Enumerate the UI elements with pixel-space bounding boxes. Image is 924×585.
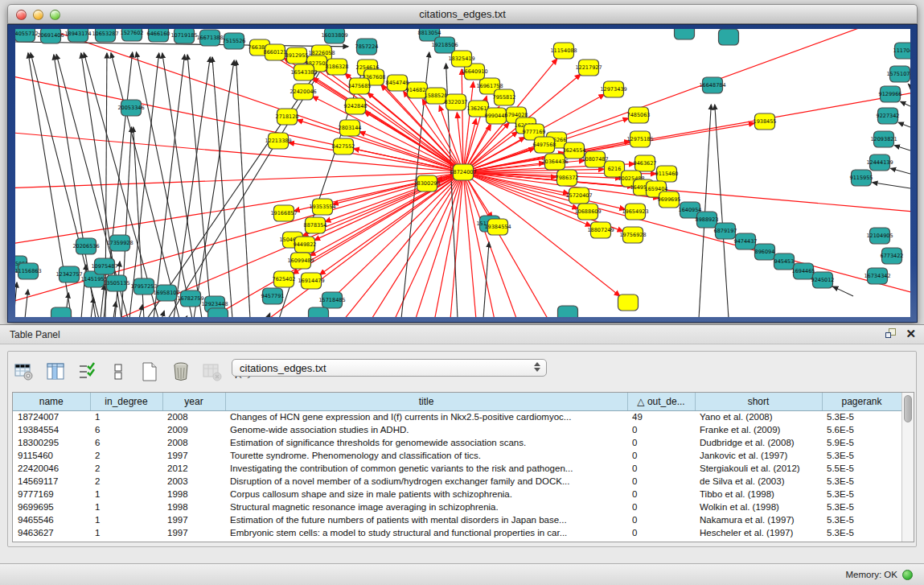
network-node[interactable]: 17359928 bbox=[106, 235, 133, 251]
network-node[interactable]: 10975487 bbox=[91, 258, 117, 274]
network-node[interactable]: 9227342 bbox=[877, 108, 900, 124]
network-node[interactable]: 7955812 bbox=[493, 89, 516, 105]
network-node[interactable]: 10653287 bbox=[92, 29, 118, 42]
table-row[interactable]: 946554611997Estimation of the future num… bbox=[13, 513, 901, 526]
table-vertical-scrollbar[interactable] bbox=[901, 393, 914, 542]
network-node[interactable]: 9129966 bbox=[879, 86, 902, 102]
table-row[interactable]: 911546021997Tourette syndrome. Phenomeno… bbox=[13, 449, 901, 462]
network-node[interactable]: 16671388 bbox=[196, 30, 223, 46]
network-node[interactable]: 12975185 bbox=[626, 131, 653, 147]
network-node[interactable]: 10719185 bbox=[170, 29, 197, 43]
network-node[interactable]: 12093821 bbox=[870, 131, 897, 147]
network-node[interactable] bbox=[719, 29, 739, 45]
network-node[interactable]: 12213389 bbox=[265, 133, 291, 149]
network-node[interactable]: 12217927 bbox=[575, 60, 602, 76]
network-node[interactable]: 6497568 bbox=[533, 137, 556, 153]
network-node[interactable]: 8988923 bbox=[696, 212, 719, 228]
network-node[interactable]: 8322037 bbox=[445, 94, 468, 110]
column-chooser-icon[interactable] bbox=[44, 360, 67, 383]
network-node[interactable]: 8454749 bbox=[386, 75, 409, 91]
network-node[interactable]: 16033809 bbox=[321, 29, 347, 43]
network-node[interactable]: 8186328 bbox=[326, 59, 349, 75]
network-node[interactable]: 17957253 bbox=[130, 278, 157, 295]
network-node[interactable]: 9115460 bbox=[655, 166, 679, 182]
column-header-title[interactable]: title bbox=[225, 393, 627, 410]
network-node[interactable]: 945453 bbox=[774, 253, 795, 270]
network-node[interactable]: 16099489 bbox=[287, 253, 314, 269]
window-titlebar[interactable]: citations_edges.txt bbox=[7, 4, 918, 24]
network-node[interactable]: 14055712 bbox=[15, 29, 39, 42]
column-header-year[interactable]: year bbox=[162, 393, 225, 410]
table-row[interactable]: 1456911722003Disruption of a novel membe… bbox=[13, 475, 901, 488]
network-node[interactable]: 8427552 bbox=[332, 138, 355, 154]
network-node[interactable] bbox=[675, 29, 695, 39]
network-node[interactable]: 16648784 bbox=[699, 77, 725, 93]
close-panel-icon[interactable]: ✕ bbox=[906, 328, 916, 340]
network-node[interactable] bbox=[309, 307, 329, 317]
close-window-icon[interactable] bbox=[16, 10, 27, 20]
table-row[interactable]: 946362711997Embryonic stem cells: a mode… bbox=[13, 526, 901, 539]
network-node[interactable]: 19756928 bbox=[619, 227, 646, 243]
network-node[interactable]: 7515526 bbox=[223, 33, 246, 49]
network-node[interactable]: 19384554 bbox=[484, 219, 511, 235]
new-table-icon[interactable] bbox=[138, 360, 161, 383]
network-canvas[interactable]: 1405571220691406189431741065328715276026… bbox=[15, 29, 910, 317]
network-node[interactable] bbox=[51, 307, 72, 317]
table-row[interactable]: 1872400712008Changes of HCN gene express… bbox=[13, 410, 901, 423]
network-node-hub[interactable]: 18724007 bbox=[450, 164, 476, 180]
select-rows-icon[interactable] bbox=[76, 360, 98, 383]
network-node[interactable]: 8878354 bbox=[304, 217, 327, 233]
network-node[interactable]: 16734342 bbox=[864, 268, 890, 284]
network-node[interactable]: 18300295 bbox=[413, 175, 440, 192]
scrollbar-thumb[interactable] bbox=[904, 395, 912, 422]
column-header-in-degree[interactable]: in_degree bbox=[90, 393, 162, 410]
table-select-dropdown[interactable]: citations_edges.txt bbox=[232, 359, 547, 377]
network-node[interactable]: 9457791 bbox=[261, 288, 285, 304]
network-node[interactable]: 20691406 bbox=[37, 29, 64, 43]
zoom-window-icon[interactable] bbox=[50, 10, 60, 20]
network-node[interactable]: 7857224 bbox=[355, 39, 379, 55]
network-node[interactable]: 18325419 bbox=[448, 51, 474, 67]
network-node[interactable]: 3475685 bbox=[348, 78, 372, 94]
network-node[interactable]: 12342757 bbox=[55, 266, 82, 282]
network-node[interactable]: 11156863 bbox=[15, 263, 42, 279]
network-node[interactable]: 6466160 bbox=[147, 29, 170, 42]
network-node[interactable]: 2803144 bbox=[339, 120, 362, 136]
network-node[interactable]: 1527602 bbox=[121, 29, 144, 41]
network-node[interactable]: 13505135 bbox=[103, 275, 129, 291]
network-node[interactable]: 16914479 bbox=[298, 273, 324, 289]
network-node[interactable]: 1117045 bbox=[893, 43, 910, 59]
network-node[interactable]: 9463627 bbox=[634, 155, 657, 171]
network-node[interactable]: 16543382 bbox=[290, 64, 317, 80]
table-row[interactable]: 2242004622012Investigating the contribut… bbox=[13, 462, 901, 475]
network-node[interactable]: 9242848 bbox=[344, 98, 368, 114]
network-node[interactable] bbox=[558, 306, 578, 317]
network-node[interactable]: 9990448 bbox=[485, 108, 508, 124]
network-node[interactable]: 9115955 bbox=[850, 170, 873, 186]
network-node[interactable]: 8660123 bbox=[264, 44, 287, 60]
network-node[interactable]: 9474437 bbox=[734, 233, 758, 249]
network-node[interactable] bbox=[618, 295, 639, 311]
network-node[interactable]: 6879197 bbox=[714, 223, 737, 239]
network-node[interactable]: 2718120 bbox=[276, 109, 299, 125]
network-node[interactable]: 20206536 bbox=[72, 238, 99, 254]
table-row[interactable]: 1938455462009Genome-wide association stu… bbox=[13, 423, 901, 436]
network-node[interactable]: 15720407 bbox=[565, 187, 592, 204]
network-node[interactable]: 1588520 bbox=[425, 88, 448, 104]
network-node[interactable]: 19654923 bbox=[622, 204, 648, 220]
network-node[interactable]: 18807249 bbox=[587, 222, 614, 238]
network-node[interactable]: 9449822 bbox=[294, 237, 317, 253]
table-row[interactable]: 977716911998Corpus callosum shape and si… bbox=[13, 488, 901, 501]
network-node[interactable]: 7625402 bbox=[273, 271, 296, 287]
network-node[interactable]: 20364436 bbox=[541, 154, 568, 170]
network-node[interactable]: 896094 bbox=[755, 244, 775, 260]
network-node[interactable]: 12973439 bbox=[600, 81, 626, 97]
network-node[interactable]: 3624554 bbox=[563, 142, 586, 159]
network-node[interactable]: 1694465 bbox=[792, 263, 815, 279]
table-settings-icon[interactable] bbox=[13, 360, 35, 383]
delete-rows-icon[interactable] bbox=[170, 360, 192, 383]
network-node[interactable]: 12104905 bbox=[866, 228, 893, 244]
network-node[interactable]: 1938455 bbox=[754, 113, 777, 130]
network-node[interactable]: 10688609 bbox=[574, 204, 601, 220]
network-node[interactable]: 16782759 bbox=[177, 290, 203, 307]
